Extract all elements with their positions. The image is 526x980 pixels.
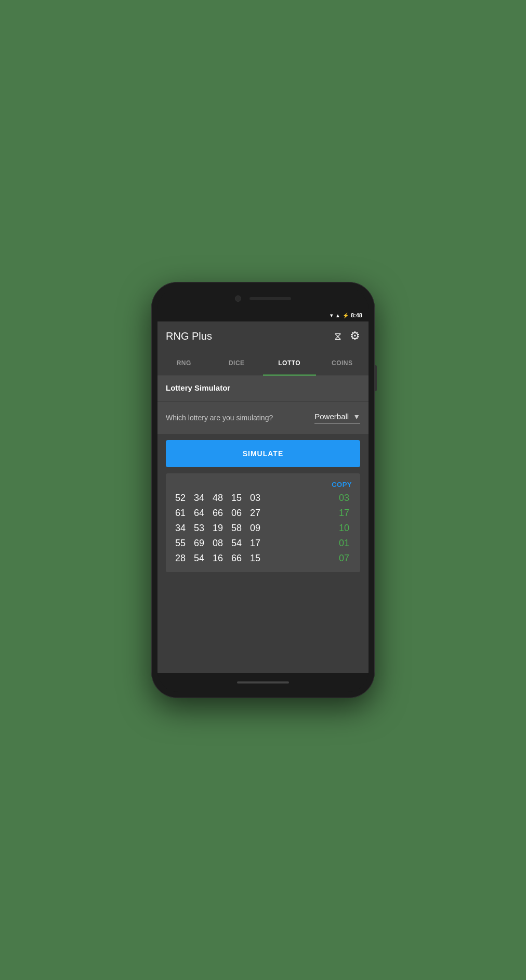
num-4-2: 69 — [193, 538, 205, 549]
content-area: Lottery Simulator Which lottery are you … — [157, 376, 369, 673]
phone-frame: ▾ ▲ ⚡ 8:48 RNG Plus ⧖ ⚙ RNG — [151, 282, 375, 698]
lottery-numbers-row5: 28 54 16 66 15 — [174, 553, 326, 564]
battery-icon: ⚡ — [343, 313, 349, 318]
num-5-5: 15 — [249, 553, 261, 564]
powerball-2: 17 — [336, 508, 352, 519]
num-2-5: 27 — [249, 508, 261, 519]
table-row: 28 54 16 66 15 07 — [174, 553, 352, 564]
status-time: 8:48 — [351, 312, 362, 318]
wifi-icon: ▾ — [330, 312, 333, 319]
lottery-numbers-row4: 55 69 08 54 17 — [174, 538, 326, 549]
num-4-1: 55 — [174, 538, 187, 549]
table-row: 52 34 48 15 03 03 — [174, 493, 352, 504]
num-4-3: 08 — [212, 538, 224, 549]
phone-top-bar — [157, 288, 369, 309]
num-2-2: 64 — [193, 508, 205, 519]
section-title: Lottery Simulator — [166, 383, 230, 392]
copy-button[interactable]: COPY — [332, 481, 352, 488]
reset-icon[interactable]: ⧖ — [334, 330, 341, 342]
num-3-4: 58 — [230, 523, 243, 534]
camera — [235, 295, 241, 302]
app-bar: RNG Plus ⧖ ⚙ — [157, 321, 369, 351]
num-5-4: 66 — [230, 553, 243, 564]
speaker — [249, 297, 291, 300]
num-2-4: 06 — [230, 508, 243, 519]
num-3-1: 34 — [174, 523, 187, 534]
num-5-1: 28 — [174, 553, 187, 564]
num-5-3: 16 — [212, 553, 224, 564]
status-bar: ▾ ▲ ⚡ 8:48 — [157, 309, 369, 321]
lottery-selector-row: Which lottery are you simulating? Powerb… — [157, 402, 369, 434]
table-row: 34 53 19 58 09 10 — [174, 523, 352, 534]
powerball-5: 07 — [336, 553, 352, 564]
table-row: 55 69 08 54 17 01 — [174, 538, 352, 549]
powerball-4: 01 — [336, 538, 352, 549]
lottery-numbers-row3: 34 53 19 58 09 — [174, 523, 326, 534]
app-title: RNG Plus — [166, 330, 334, 342]
num-2-1: 61 — [174, 508, 187, 519]
num-1-2: 34 — [193, 493, 205, 504]
tab-rng[interactable]: RNG — [157, 351, 211, 376]
num-1-5: 03 — [249, 493, 261, 504]
tab-coins[interactable]: COINS — [316, 351, 369, 376]
signal-icon: ▲ — [335, 313, 340, 318]
section-header: Lottery Simulator — [157, 376, 369, 401]
lottery-numbers-row1: 52 34 48 15 03 — [174, 493, 326, 504]
num-1-1: 52 — [174, 493, 187, 504]
lottery-dropdown[interactable]: Powerball ▼ — [314, 412, 360, 423]
selector-label: Which lottery are you simulating? — [166, 414, 308, 422]
dropdown-arrow-icon: ▼ — [353, 412, 360, 421]
num-3-5: 09 — [249, 523, 261, 534]
num-5-2: 54 — [193, 553, 205, 564]
num-1-3: 48 — [212, 493, 224, 504]
app-bar-actions: ⧖ ⚙ — [334, 329, 360, 343]
simulate-button[interactable]: SIMULATE — [166, 440, 360, 467]
copy-button-row: COPY — [174, 478, 352, 493]
num-4-5: 17 — [249, 538, 261, 549]
powerball-3: 10 — [336, 523, 352, 534]
side-button — [375, 365, 377, 391]
status-icons: ▾ ▲ ⚡ 8:48 — [330, 312, 362, 319]
tab-lotto[interactable]: LOTTO — [263, 351, 316, 376]
num-3-2: 53 — [193, 523, 205, 534]
lottery-numbers-row2: 61 64 66 06 27 — [174, 508, 326, 519]
num-3-3: 19 — [212, 523, 224, 534]
screen: ▾ ▲ ⚡ 8:48 RNG Plus ⧖ ⚙ RNG — [157, 309, 369, 673]
tabs: RNG DICE LOTTO COINS — [157, 351, 369, 376]
lottery-rows: 52 34 48 15 03 03 61 — [174, 493, 352, 564]
powerball-1: 03 — [336, 493, 352, 504]
num-1-4: 15 — [230, 493, 243, 504]
results-card: COPY 52 34 48 15 03 03 — [166, 473, 360, 572]
table-row: 61 64 66 06 27 17 — [174, 508, 352, 519]
phone-inner: ▾ ▲ ⚡ 8:48 RNG Plus ⧖ ⚙ RNG — [157, 288, 369, 692]
lottery-value: Powerball — [314, 412, 349, 421]
settings-icon[interactable]: ⚙ — [350, 329, 360, 343]
tab-dice[interactable]: DICE — [211, 351, 264, 376]
home-bar — [237, 681, 289, 684]
num-4-4: 54 — [230, 538, 243, 549]
num-2-3: 66 — [212, 508, 224, 519]
phone-bottom — [157, 673, 369, 692]
